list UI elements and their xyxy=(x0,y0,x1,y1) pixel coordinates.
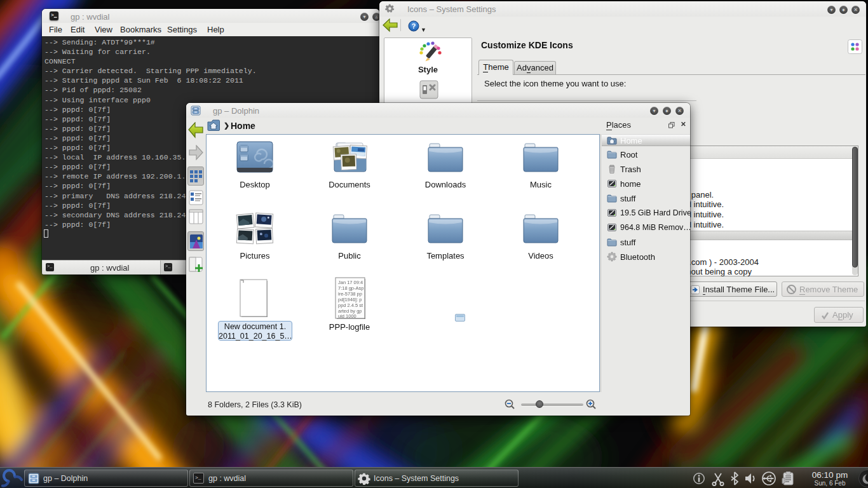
svg-text:ppd 2.4.5 st: ppd 2.4.5 st xyxy=(338,302,363,308)
svg-text:pd[1946]: p: pd[1946]: p xyxy=(338,297,362,302)
svg-text:?: ? xyxy=(412,22,416,30)
svg-text:ire-5738 pp: ire-5738 pp xyxy=(338,291,362,297)
svg-text:uid 1000: uid 1000 xyxy=(338,313,356,319)
svg-text:7:18 gp-Asp: 7:18 gp-Asp xyxy=(338,285,363,291)
svg-text:Jan 17 09:4: Jan 17 09:4 xyxy=(338,280,363,285)
